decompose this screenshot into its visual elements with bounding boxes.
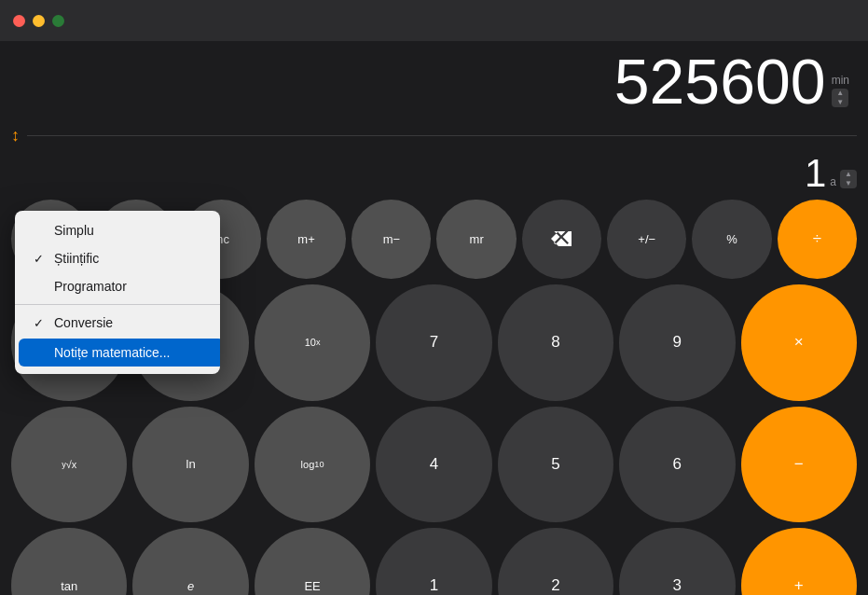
seven-button[interactable]: 7 <box>376 284 491 400</box>
stepper-down-icon: ▼ <box>832 98 848 107</box>
conversie-label: Conversie <box>54 315 113 330</box>
secondary-display: 1 <box>805 151 826 196</box>
four-button[interactable]: 4 <box>376 407 491 522</box>
stiintific-label: Științific <box>54 251 99 266</box>
secondary-stepper-up-icon: ▲ <box>840 170 857 179</box>
button-row-3: y√x ln log10 4 5 6 − <box>11 407 857 522</box>
plus-minus-button[interactable]: +/− <box>607 200 686 279</box>
menu-item-simplu[interactable]: Simplu <box>15 216 220 244</box>
close-button[interactable] <box>13 15 25 27</box>
five-button[interactable]: 5 <box>498 407 613 522</box>
m-minus-button[interactable]: m− <box>351 200 431 279</box>
menu-item-stiintific[interactable]: ✓ Științific <box>15 244 220 272</box>
backspace-button[interactable] <box>522 200 601 279</box>
ten-pow-x-button[interactable]: 10x <box>255 284 370 400</box>
mr-button[interactable]: mr <box>436 200 516 279</box>
menu-item-notite[interactable]: Notițe matematice... <box>19 339 220 367</box>
menu-divider <box>15 304 220 305</box>
titlebar <box>0 0 868 41</box>
stepper-up-icon: ▲ <box>832 89 848 98</box>
notite-check <box>34 346 47 360</box>
a-label: a <box>830 175 836 188</box>
programator-label: Programator <box>54 279 127 294</box>
secondary-stepper-down-icon: ▼ <box>840 179 857 188</box>
main-display: 525600 <box>614 41 826 117</box>
three-button[interactable]: 3 <box>619 528 735 595</box>
menu-item-programator[interactable]: Programator <box>15 272 220 300</box>
history-divider: ↕ <box>11 122 857 149</box>
button-row-4: tan e EE 1 2 3 + <box>11 528 857 595</box>
secondary-display-row: 1 a ▲ ▼ <box>11 151 857 196</box>
ee-button[interactable]: EE <box>255 528 370 595</box>
minimize-button[interactable] <box>33 15 45 27</box>
calculator-body: 525600 min ▲ ▼ ↕ 1 a ▲ ▼ ( ) mc <box>0 41 868 595</box>
secondary-stepper[interactable]: ▲ ▼ <box>840 170 857 188</box>
maximize-button[interactable] <box>52 15 64 27</box>
one-button[interactable]: 1 <box>376 528 491 595</box>
six-button[interactable]: 6 <box>619 407 735 522</box>
traffic-lights <box>13 15 64 27</box>
display-stepper[interactable]: ▲ ▼ <box>832 89 848 107</box>
notite-label: Notițe matematice... <box>54 345 171 360</box>
display-area: 525600 min ▲ ▼ <box>11 41 857 117</box>
ln-button[interactable]: ln <box>132 407 248 522</box>
dropdown-menu: Simplu ✓ Științific Programator ✓ Conver… <box>15 211 220 374</box>
e-const-button[interactable]: e <box>132 528 248 595</box>
yroot-x-button[interactable]: y√x <box>11 407 127 522</box>
min-label: min <box>832 74 849 87</box>
percent-button[interactable]: % <box>692 200 771 279</box>
log10-button[interactable]: log10 <box>255 407 370 522</box>
m-plus-button[interactable]: m+ <box>267 200 346 279</box>
sort-icon[interactable]: ↕ <box>11 126 20 145</box>
stiintific-check: ✓ <box>34 252 47 266</box>
plus-button[interactable]: + <box>741 528 857 595</box>
conversie-check: ✓ <box>34 316 47 330</box>
nine-button[interactable]: 9 <box>619 284 735 400</box>
divide-button[interactable]: ÷ <box>778 200 857 279</box>
simplu-check <box>34 224 47 238</box>
simplu-label: Simplu <box>54 223 94 238</box>
programator-check <box>34 280 47 294</box>
two-button[interactable]: 2 <box>498 528 613 595</box>
divider-line <box>27 135 857 136</box>
menu-item-conversie[interactable]: ✓ Conversie <box>15 309 220 337</box>
minus-button[interactable]: − <box>741 407 857 522</box>
multiply-button[interactable]: × <box>741 284 857 400</box>
eight-button[interactable]: 8 <box>498 284 613 400</box>
tan-button[interactable]: tan <box>11 528 127 595</box>
